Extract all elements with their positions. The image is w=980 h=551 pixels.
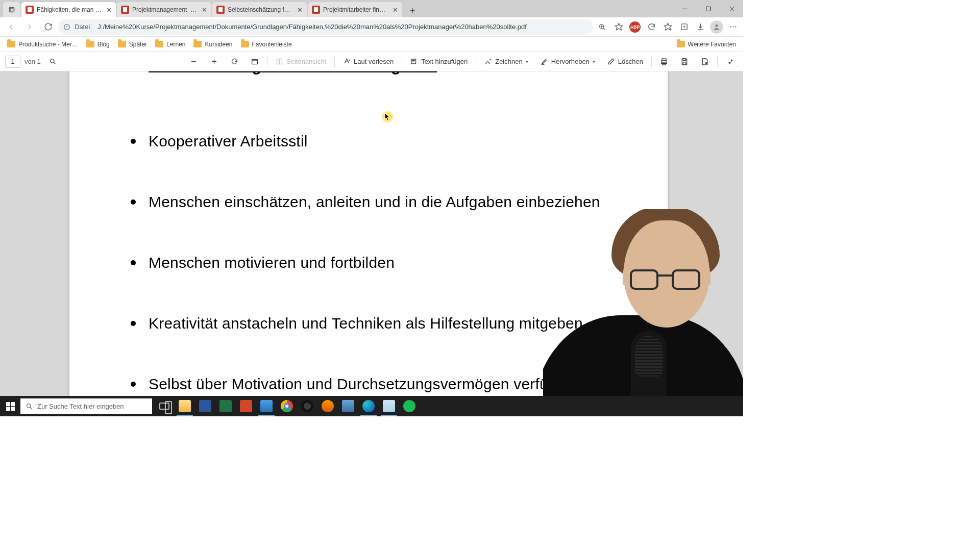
- taskbar-edge[interactable]: [358, 396, 379, 416]
- folder-icon: [86, 41, 94, 47]
- zoom-icon[interactable]: [595, 20, 609, 34]
- app-icon: [260, 400, 273, 412]
- abp-icon[interactable]: ABP: [628, 20, 642, 34]
- svg-point-24: [732, 26, 733, 27]
- tab-title: Projektmitarbeiter finden - was s: [323, 6, 388, 13]
- folder-icon: [118, 41, 126, 47]
- svg-point-45: [27, 404, 31, 408]
- pin-toolbar-button[interactable]: [722, 54, 738, 69]
- save-as-button[interactable]: [697, 54, 713, 69]
- bookmark-label: Favoritenleiste: [252, 41, 292, 48]
- minimize-button[interactable]: [673, 0, 696, 17]
- bookmark-item[interactable]: Produktsuche - Mer…: [4, 39, 81, 49]
- bookmark-label: Weitere Favoriten: [688, 41, 736, 48]
- bookmark-item[interactable]: Blog: [83, 39, 113, 49]
- tab-2[interactable]: Selbsteinschätzung für Projektm ✕: [212, 2, 307, 17]
- add-text-label: Text hinzufügen: [421, 58, 468, 65]
- taskbar-explorer[interactable]: [175, 396, 195, 416]
- list-item: Planen und organisieren von Aufgaben: [100, 71, 637, 76]
- save-button[interactable]: [676, 54, 693, 69]
- bookmark-item[interactable]: Lernen: [152, 39, 188, 49]
- zoom-in-button[interactable]: [206, 54, 222, 69]
- url-path: J:/Meine%20Kurse/Projektmanagement/Dokum…: [97, 23, 588, 31]
- svg-point-23: [730, 26, 731, 27]
- tab-pinned[interactable]: [3, 2, 20, 17]
- list-item: Kooperativer Arbeitsstil: [100, 131, 637, 151]
- close-icon[interactable]: ✕: [200, 6, 208, 14]
- pdf-icon: [26, 6, 34, 14]
- new-tab-button[interactable]: ＋: [405, 3, 420, 17]
- folder-icon: [677, 41, 685, 47]
- downloads-icon[interactable]: [693, 20, 707, 34]
- collections-icon[interactable]: [677, 20, 691, 34]
- taskbar-powerpoint[interactable]: [236, 396, 256, 416]
- folder-icon: [7, 41, 15, 47]
- read-aloud-label: Laut vorlesen: [354, 58, 394, 65]
- start-button[interactable]: [0, 396, 20, 416]
- taskbar-excel[interactable]: [215, 396, 236, 416]
- page-number-input[interactable]: [5, 56, 20, 68]
- reload-button[interactable]: [40, 19, 56, 35]
- window-close-button[interactable]: [720, 0, 743, 17]
- tab-3[interactable]: Projektmitarbeiter finden - was s ✕: [308, 2, 402, 17]
- taskbar-app-1[interactable]: [256, 396, 277, 416]
- taskbar-app-3[interactable]: [338, 396, 358, 416]
- draw-button[interactable]: Zeichnen ▾: [480, 54, 532, 69]
- taskbar-chrome[interactable]: [277, 396, 297, 416]
- url-scheme: Datei: [75, 23, 91, 31]
- close-icon[interactable]: ✕: [391, 6, 399, 14]
- bookmark-item[interactable]: Favoritenleiste: [238, 39, 295, 49]
- zoom-out-button[interactable]: [185, 54, 202, 69]
- favorites-star-icon[interactable]: [660, 20, 675, 34]
- fit-page-button[interactable]: [247, 54, 263, 69]
- maximize-button[interactable]: [696, 0, 720, 17]
- window-controls: [673, 0, 743, 17]
- page-view-button[interactable]: Seitenansicht: [272, 54, 330, 69]
- back-button[interactable]: [3, 19, 19, 35]
- close-icon[interactable]: ✕: [105, 6, 113, 14]
- svg-rect-34: [280, 59, 282, 64]
- highlight-button[interactable]: Hervorheben ▾: [536, 54, 599, 69]
- taskbar-obs[interactable]: [297, 396, 317, 416]
- obs-icon: [301, 400, 313, 412]
- pdf-icon: [121, 6, 129, 14]
- profile-avatar[interactable]: [709, 20, 724, 34]
- close-icon[interactable]: ✕: [296, 6, 304, 14]
- rotate-button[interactable]: [226, 54, 242, 69]
- app-icon: [342, 400, 354, 412]
- favorite-icon[interactable]: [611, 20, 626, 34]
- print-button[interactable]: [656, 54, 672, 69]
- draw-label: Zeichnen: [495, 58, 522, 65]
- edge-icon: [362, 400, 375, 412]
- notepad-icon: [383, 400, 395, 412]
- bookmark-label: Produktsuche - Mer…: [18, 41, 78, 48]
- taskbar-app-2[interactable]: [317, 396, 338, 416]
- read-aloud-button[interactable]: Laut vorlesen: [339, 54, 398, 69]
- folder-icon: [241, 41, 249, 47]
- menu-icon[interactable]: [726, 20, 740, 34]
- find-button[interactable]: [45, 54, 61, 69]
- bookmark-item[interactable]: Kursideen: [190, 39, 235, 49]
- task-view-button[interactable]: [154, 396, 175, 416]
- sync-icon[interactable]: [644, 20, 658, 34]
- bookmark-more[interactable]: Weitere Favoriten: [674, 39, 739, 49]
- tab-0[interactable]: Fähigkeiten, die man als Projekt ✕: [21, 2, 116, 17]
- taskbar-spotify[interactable]: [399, 396, 420, 416]
- tab-1[interactable]: Projektmanagement_Einstiegsfr ✕: [117, 2, 211, 17]
- svg-rect-1: [10, 8, 13, 11]
- taskbar-search[interactable]: Zur Suche Text hier eingeben: [20, 398, 152, 414]
- taskbar-word[interactable]: [195, 396, 215, 416]
- file-icon: [63, 23, 70, 31]
- chevron-down-icon: ▾: [593, 59, 595, 64]
- url-field[interactable]: Datei J:/Meine%20Kurse/Projektmanagement…: [58, 19, 593, 35]
- svg-line-46: [30, 407, 32, 409]
- taskbar-notepad[interactable]: [379, 396, 399, 416]
- svg-line-10: [603, 28, 605, 30]
- forward-button[interactable]: [21, 19, 38, 35]
- erase-button[interactable]: Löschen: [603, 54, 647, 69]
- add-text-button[interactable]: Text hinzufügen: [406, 54, 472, 69]
- webcam-overlay: [543, 209, 743, 402]
- bookmark-item[interactable]: Später: [115, 39, 150, 49]
- tab-title: Projektmanagement_Einstiegsfr: [132, 6, 197, 13]
- tab-title: Selbsteinschätzung für Projektm: [228, 6, 292, 13]
